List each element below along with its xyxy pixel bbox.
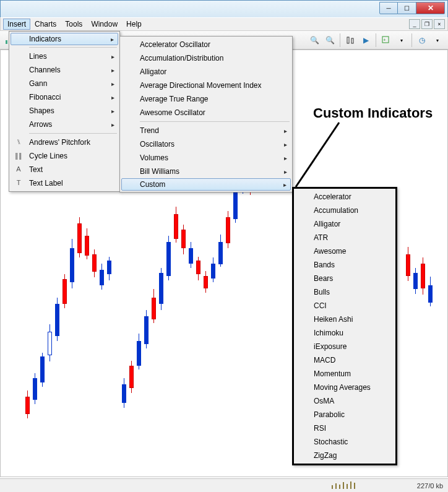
- menu-item-custom-stochastic[interactable]: Stochastic: [295, 435, 394, 449]
- chevron-down-icon: ▾: [400, 38, 403, 43]
- toolbar-separator: [376, 33, 376, 47]
- zoom-in-button[interactable]: 🔍: [308, 33, 321, 47]
- menu-item-custom-alligator[interactable]: Alligator: [295, 217, 394, 231]
- cycle-icon: ‖‖: [14, 152, 24, 160]
- menu-item-awesome-oscillator[interactable]: Awesome Oscillator: [121, 106, 291, 119]
- zoom-out-icon: 🔍: [325, 36, 335, 45]
- status-bar: 227/0 kb: [0, 478, 448, 492]
- menu-item-text[interactable]: AText: [11, 163, 118, 176]
- menu-item-oscillators[interactable]: Oscillators: [121, 137, 291, 151]
- menu-tools[interactable]: Tools: [61, 19, 87, 30]
- mdi-close-button[interactable]: ×: [434, 19, 445, 29]
- pitchfork-icon: ⑊: [14, 138, 24, 145]
- menu-separator: [140, 121, 290, 122]
- menu-item-atr[interactable]: Average True Range: [121, 92, 291, 106]
- toolbar-separator: [340, 33, 340, 47]
- menu-item-custom-cci[interactable]: CCI: [295, 299, 394, 313]
- text-icon: A: [14, 165, 24, 173]
- custom-indicators-menu: AcceleratorAccumulationAlligatorATRAweso…: [292, 187, 397, 465]
- menu-item-custom-rsi[interactable]: RSI: [295, 421, 394, 435]
- menu-item-custom-zigzag[interactable]: ZigZag: [295, 449, 394, 462]
- menu-item-indicators[interactable]: Indicators: [11, 33, 118, 45]
- menu-item-custom-atr[interactable]: ATR: [295, 231, 394, 244]
- toolbar-shift-button[interactable]: ▶: [359, 33, 373, 47]
- menu-item-text-label[interactable]: TText Label: [11, 176, 118, 190]
- menu-item-channels[interactable]: Channels: [11, 63, 118, 77]
- menu-item-shapes[interactable]: Shapes: [11, 104, 118, 118]
- svg-rect-0: [6, 40, 7, 44]
- menu-item-custom-heiken-ashi[interactable]: Heiken Ashi: [295, 313, 394, 326]
- minimize-icon: _: [413, 21, 416, 27]
- menu-item-lines[interactable]: Lines: [11, 50, 118, 63]
- svg-rect-3: [347, 37, 349, 43]
- candlestick-icon: [345, 35, 355, 45]
- maximize-icon: ☐: [404, 5, 410, 12]
- window-close-button[interactable]: ✕: [416, 2, 445, 14]
- menu-charts[interactable]: Charts: [30, 19, 61, 30]
- window-maximize-button[interactable]: ☐: [398, 2, 416, 14]
- menu-item-custom-bulls[interactable]: Bulls: [295, 285, 394, 299]
- menu-insert[interactable]: Insert: [3, 19, 30, 30]
- menu-label: Andrews' Pitchfork: [29, 138, 90, 147]
- menu-label: Text: [29, 165, 43, 174]
- menu-item-custom-moving-averages[interactable]: Moving Averages: [295, 381, 394, 394]
- menu-item-custom-accumulation[interactable]: Accumulation: [295, 204, 394, 217]
- zoom-in-icon: 🔍: [310, 36, 319, 45]
- toolbar-candles-button[interactable]: [343, 33, 357, 47]
- menu-item-custom-awesome[interactable]: Awesome: [295, 244, 394, 258]
- toolbar-dropdown-button[interactable]: ▾: [395, 33, 408, 47]
- indicator-icon: +: [381, 35, 391, 45]
- menu-help[interactable]: Help: [122, 19, 146, 30]
- menu-item-volumes[interactable]: Volumes: [121, 151, 291, 165]
- text-label-icon: T: [14, 179, 24, 186]
- close-icon: ×: [437, 21, 441, 27]
- menu-item-custom-iexposure[interactable]: iExposure: [295, 340, 394, 353]
- menu-item-andrews-pitchfork[interactable]: ⑊Andrews' Pitchfork: [11, 136, 118, 149]
- menu-window[interactable]: Window: [87, 19, 122, 30]
- menu-separator: [29, 133, 117, 134]
- chevron-down-icon: ▾: [436, 38, 439, 43]
- menu-item-gann[interactable]: Gann: [11, 77, 118, 90]
- window-minimize-button[interactable]: ─: [379, 2, 398, 14]
- menu-item-accumulation-distribution[interactable]: Accumulation/Distribution: [121, 51, 291, 65]
- menu-item-custom[interactable]: Custom: [121, 178, 291, 191]
- menu-item-cycle-lines[interactable]: ‖‖Cycle Lines: [11, 149, 118, 163]
- menu-item-adx[interactable]: Average Directional Movement Index: [121, 79, 291, 92]
- zoom-out-button[interactable]: 🔍: [323, 33, 337, 47]
- menu-item-fibonacci[interactable]: Fibonacci: [11, 90, 118, 104]
- svg-rect-4: [351, 38, 353, 43]
- status-kb: 227/0 kb: [417, 482, 443, 490]
- toolbar-dropdown-button[interactable]: ▾: [431, 33, 444, 47]
- menu-item-alligator[interactable]: Alligator: [121, 65, 291, 79]
- toolbar-time-button[interactable]: ◷: [415, 33, 429, 47]
- mdi-minimize-button[interactable]: _: [409, 19, 420, 29]
- insert-menu: Indicators Lines Channels Gann Fibonacci…: [9, 31, 120, 192]
- menu-item-custom-ichimoku[interactable]: Ichimoku: [295, 326, 394, 340]
- svg-line-7: [296, 123, 339, 187]
- menu-item-custom-parabolic[interactable]: Parabolic: [295, 408, 394, 421]
- mdi-restore-button[interactable]: ❐: [421, 19, 433, 29]
- menu-item-custom-accelerator[interactable]: Accelerator: [295, 190, 394, 204]
- clock-icon: ◷: [419, 36, 425, 45]
- menu-item-custom-macd[interactable]: MACD: [295, 353, 394, 367]
- menu-item-arrows[interactable]: Arrows: [11, 118, 118, 131]
- menu-bar: Insert Charts Tools Window Help _ ❐ ×: [0, 17, 448, 31]
- menu-item-trend[interactable]: Trend: [121, 124, 291, 137]
- arrow-icon: ▶: [363, 36, 369, 45]
- menu-item-bill-
williams[interactable]: Bill Williams: [121, 165, 291, 178]
- menu-item-custom-bears[interactable]: Bears: [295, 272, 394, 285]
- indicators-menu: Accelerator Oscillator Accumulation/Dist…: [119, 36, 293, 192]
- menu-item-custom-bands[interactable]: Bands: [295, 258, 394, 272]
- toolbar-separator: [411, 33, 412, 47]
- menu-item-custom-osma[interactable]: OsMA: [295, 394, 394, 408]
- restore-icon: ❐: [424, 21, 429, 27]
- annotation-arrow: [292, 121, 354, 189]
- toolbar-indicator-button[interactable]: +: [379, 33, 393, 47]
- menu-label: Text Label: [29, 179, 63, 188]
- status-mini-chart: [332, 481, 363, 490]
- close-icon: ✕: [428, 4, 434, 12]
- menu-item-accelerator-oscillator[interactable]: Accelerator Oscillator: [121, 38, 291, 51]
- svg-text:+: +: [383, 37, 386, 43]
- title-bar: ─ ☐ ✕: [0, 0, 448, 17]
- menu-item-custom-momentum[interactable]: Momentum: [295, 367, 394, 381]
